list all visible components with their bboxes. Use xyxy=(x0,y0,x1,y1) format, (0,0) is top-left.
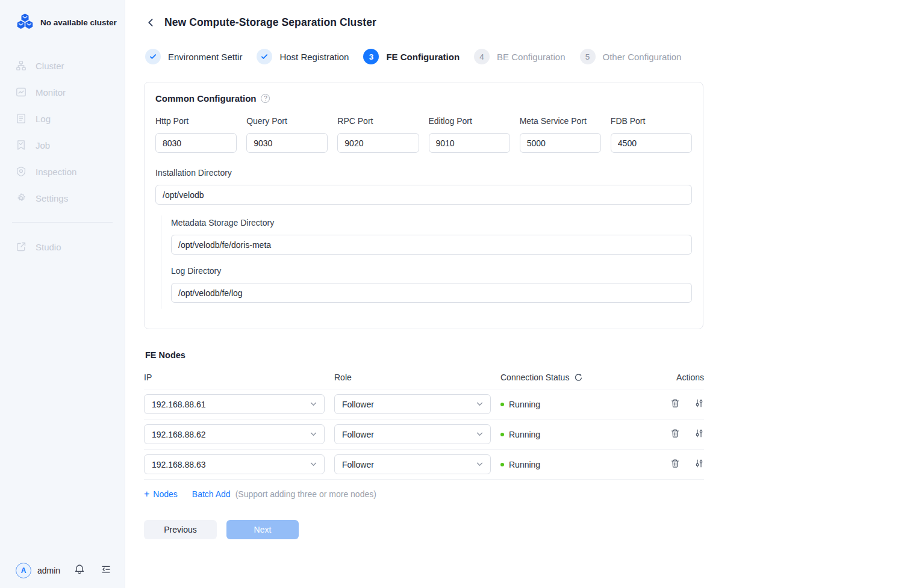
back-button[interactable] xyxy=(146,17,157,28)
external-link-icon xyxy=(16,241,26,252)
sidebar-item-label: Studio xyxy=(36,242,61,252)
ip-select[interactable]: 192.168.88.63 xyxy=(144,454,325,474)
step-host-registration[interactable]: Host Registration xyxy=(257,49,349,64)
status-text: Running xyxy=(509,400,540,409)
ports-grid: Http Port Query Port RPC Port Editlog Po… xyxy=(155,116,692,153)
status-dot-green xyxy=(500,463,504,466)
node-config-sliders-icon[interactable] xyxy=(694,398,704,410)
field-label: Meta Service Port xyxy=(520,116,601,126)
connection-status: Running xyxy=(500,400,647,409)
fe-node-row: 192.168.88.61 Follower Running xyxy=(144,389,704,419)
next-button[interactable]: Next xyxy=(226,520,299,539)
sidebar-item-studio[interactable]: Studio xyxy=(0,234,125,260)
wizard-stepper: Environment Settir Host Registration 3 F… xyxy=(145,49,681,64)
step-number: 3 xyxy=(363,49,379,64)
sidebar-item-job[interactable]: Job xyxy=(0,132,125,158)
step-environment-setting[interactable]: Environment Settir xyxy=(145,49,242,64)
sidebar: No available cluster Cluster Monitor xyxy=(0,0,125,588)
port-field-meta-service: Meta Service Port xyxy=(520,116,601,153)
role-select[interactable]: Follower xyxy=(334,424,491,444)
wizard-buttons: Previous Next xyxy=(144,520,704,539)
row-actions xyxy=(657,459,704,471)
fe-nodes-section: FE Nodes IP Role Connection Status Actio… xyxy=(144,350,704,539)
fe-directories-group: Metadata Storage Directory Log Directory xyxy=(161,215,692,309)
sidebar-collapse-icon[interactable] xyxy=(101,564,111,577)
fe-nodes-title: FE Nodes xyxy=(145,350,704,360)
cluster-icon xyxy=(16,60,26,71)
role-value: Follower xyxy=(342,430,374,439)
column-ip: IP xyxy=(144,373,325,382)
cluster-selector[interactable]: No available cluster xyxy=(0,0,125,32)
step-label: FE Configuration xyxy=(386,52,460,62)
column-status: Connection Status xyxy=(500,373,569,382)
job-icon xyxy=(16,140,26,150)
port-field-editlog: Editlog Port xyxy=(429,116,510,153)
port-field-query: Query Port xyxy=(246,116,328,153)
sidebar-item-label: Job xyxy=(36,140,50,150)
sidebar-footer: A admin xyxy=(16,563,111,578)
add-nodes-button[interactable]: + Nodes xyxy=(144,489,178,499)
role-value: Follower xyxy=(342,460,374,469)
delete-node-icon[interactable] xyxy=(670,429,680,441)
node-config-sliders-icon[interactable] xyxy=(694,459,704,471)
avatar[interactable]: A xyxy=(16,563,31,578)
installation-directory-input[interactable] xyxy=(155,185,692,205)
step-fe-configuration[interactable]: 3 FE Configuration xyxy=(363,49,460,64)
field-label: Editlog Port xyxy=(429,116,510,126)
role-select[interactable]: Follower xyxy=(334,454,491,474)
row-actions xyxy=(657,429,704,441)
field-label: Log Directory xyxy=(171,266,692,276)
connection-status: Running xyxy=(500,430,647,439)
table-header: IP Role Connection Status Actions xyxy=(144,373,704,389)
port-field-fdb: FDB Port xyxy=(611,116,692,153)
column-role: Role xyxy=(334,373,491,382)
card-title: Common Configuration xyxy=(155,93,256,104)
fe-node-row: 192.168.88.63 Follower Running xyxy=(144,450,704,480)
node-config-sliders-icon[interactable] xyxy=(694,429,704,441)
step-other-configuration[interactable]: 5 Other Configuration xyxy=(580,49,682,64)
query-port-input[interactable] xyxy=(246,133,328,153)
meta-service-port-input[interactable] xyxy=(520,133,601,153)
editlog-port-input[interactable] xyxy=(429,133,510,153)
status-text: Running xyxy=(509,430,540,439)
step-label: BE Configuration xyxy=(497,52,565,62)
installation-directory-field: Installation Directory xyxy=(155,168,692,205)
delete-node-icon[interactable] xyxy=(670,459,680,471)
page-header: New Compute-Storage Separation Cluster xyxy=(146,16,376,29)
fdb-port-input[interactable] xyxy=(611,133,692,153)
sidebar-item-label: Settings xyxy=(36,193,68,203)
user-name[interactable]: admin xyxy=(37,566,60,575)
metadata-directory-field: Metadata Storage Directory xyxy=(171,218,692,255)
plus-icon: + xyxy=(144,489,149,499)
sidebar-item-log[interactable]: Log xyxy=(0,105,125,132)
port-field-http: Http Port xyxy=(155,116,237,153)
delete-node-icon[interactable] xyxy=(670,398,680,410)
field-label: RPC Port xyxy=(337,116,419,126)
previous-button[interactable]: Previous xyxy=(144,520,217,539)
refresh-status-icon[interactable] xyxy=(574,373,583,382)
chevron-down-icon xyxy=(310,462,317,466)
status-text: Running xyxy=(509,460,540,469)
sidebar-item-label: Monitor xyxy=(36,87,66,97)
sidebar-item-inspection[interactable]: Inspection xyxy=(0,158,125,185)
metadata-directory-input[interactable] xyxy=(171,235,692,255)
log-directory-input[interactable] xyxy=(171,283,692,303)
batch-add-button[interactable]: Batch Add xyxy=(192,489,231,499)
page-title: New Compute-Storage Separation Cluster xyxy=(164,16,376,29)
monitor-icon xyxy=(16,87,26,97)
step-be-configuration[interactable]: 4 BE Configuration xyxy=(474,49,565,64)
ip-select[interactable]: 192.168.88.62 xyxy=(144,424,325,444)
rpc-port-input[interactable] xyxy=(337,133,419,153)
add-nodes-row: + Nodes Batch Add (Support adding three … xyxy=(144,489,704,499)
step-number: 4 xyxy=(474,49,490,64)
ip-value: 192.168.88.63 xyxy=(152,460,206,469)
sidebar-item-cluster[interactable]: Cluster xyxy=(0,52,125,79)
step-check-icon xyxy=(145,49,161,64)
notification-bell-icon[interactable] xyxy=(74,564,85,577)
http-port-input[interactable] xyxy=(155,133,237,153)
role-select[interactable]: Follower xyxy=(334,394,491,414)
sidebar-item-settings[interactable]: Settings xyxy=(0,185,125,211)
help-icon[interactable]: ? xyxy=(261,94,270,103)
ip-select[interactable]: 192.168.88.61 xyxy=(144,394,325,414)
sidebar-item-monitor[interactable]: Monitor xyxy=(0,79,125,105)
